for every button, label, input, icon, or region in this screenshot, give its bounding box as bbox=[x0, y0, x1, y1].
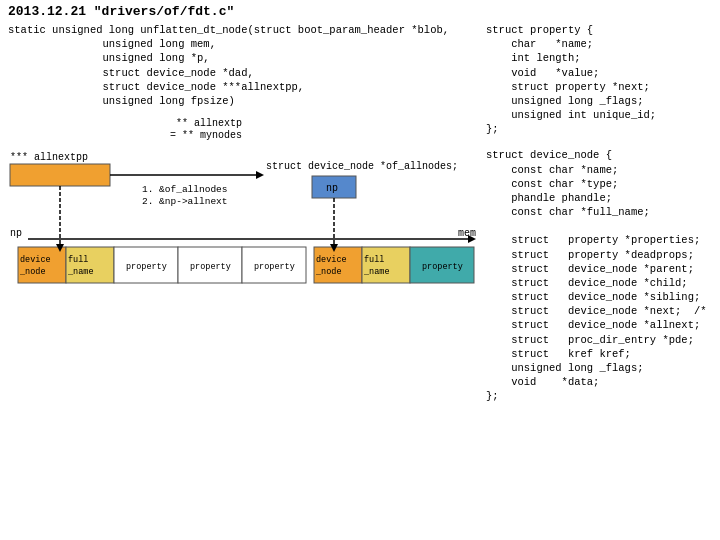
allnextp-label1: ** allnextp bbox=[176, 118, 242, 129]
diagram-svg: ** allnextp = ** mynodes *** allnextpp s… bbox=[8, 114, 488, 314]
allnextpp-box bbox=[10, 164, 110, 186]
box-device-node-top-label2: _node bbox=[19, 267, 46, 277]
box-property-bot-label: property bbox=[422, 262, 463, 272]
box-device-node-bot-label1: device bbox=[316, 255, 347, 265]
box-full-name-bot-label2: _name bbox=[363, 267, 390, 277]
box-property2-top-label: property bbox=[190, 262, 231, 272]
box-device-node-top bbox=[18, 247, 66, 283]
allnextp-label2: = ** mynodes bbox=[170, 130, 242, 141]
code-top: static unsigned long unflatten_dt_node(s… bbox=[8, 23, 474, 108]
box-full-name-bot bbox=[362, 247, 410, 283]
diagram-area: ** allnextp = ** mynodes *** allnextpp s… bbox=[8, 114, 474, 314]
box-property1-top-label: property bbox=[126, 262, 167, 272]
step1-label: 1. &of_allnodes bbox=[142, 184, 228, 195]
box-full-name-top bbox=[66, 247, 114, 283]
right-panel: struct property { char *name; int length… bbox=[482, 23, 712, 403]
box-full-name-top-label2: _name bbox=[67, 267, 94, 277]
mem-label: mem bbox=[458, 228, 476, 239]
box-device-node-bot-label2: _node bbox=[315, 267, 342, 277]
struct-property-code: struct property { char *name; int length… bbox=[486, 23, 712, 136]
device-node-label: struct device_node *of_allnodes; bbox=[266, 161, 458, 172]
arrow-head1 bbox=[256, 171, 264, 179]
step2-label: 2. &np->allnext bbox=[142, 196, 228, 207]
box-full-name-top-label1: full bbox=[68, 255, 88, 265]
box-device-node-bot bbox=[314, 247, 362, 283]
np-bottom-label: np bbox=[10, 228, 22, 239]
box-device-node-top-label1: device bbox=[20, 255, 51, 265]
page-title: 2013.12.21 "drivers/of/fdt.c" bbox=[8, 4, 234, 19]
allnextpp-label: *** allnextpp bbox=[10, 152, 88, 163]
box-property3-top-label: property bbox=[254, 262, 295, 272]
struct-device-node-code: struct device_node { const char *name; c… bbox=[486, 148, 712, 403]
title-bar: 2013.12.21 "drivers/of/fdt.c" bbox=[0, 0, 720, 23]
left-panel: static unsigned long unflatten_dt_node(s… bbox=[8, 23, 482, 403]
box-full-name-bot-label1: full bbox=[364, 255, 384, 265]
np-box-label: np bbox=[326, 183, 338, 194]
